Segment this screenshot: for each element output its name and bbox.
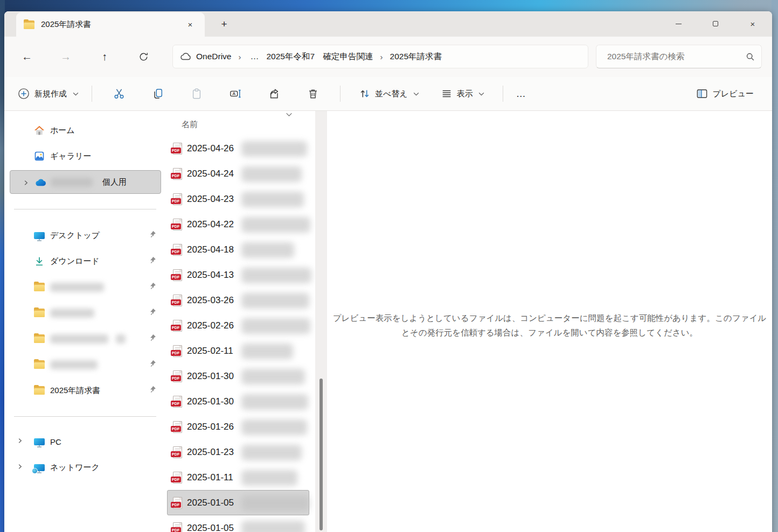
file-name-date: 2025-01-30 [187, 396, 234, 407]
redacted-filename [241, 217, 310, 233]
chevron-right-icon[interactable] [23, 180, 29, 186]
sort-direction-chevron-icon[interactable] [286, 113, 293, 117]
pdf-file-icon [173, 168, 182, 180]
file-row[interactable]: 2025-04-18 [167, 237, 309, 262]
downloads-icon [33, 256, 45, 267]
pdf-file-icon [173, 472, 182, 484]
redacted-filename [241, 268, 311, 283]
refresh-icon [138, 52, 149, 62]
folder-icon [34, 334, 45, 343]
file-row[interactable]: 2025-01-30 [167, 363, 309, 389]
toolbar-divider [340, 86, 341, 102]
sidebar-item-pinned-folder[interactable] [4, 300, 163, 326]
sort-button[interactable]: 並べ替え [356, 83, 422, 104]
redacted-filename [241, 318, 310, 334]
sidebar-item-pinned-folder[interactable] [4, 352, 163, 377]
redacted-filename [241, 344, 293, 359]
sidebar-item-invoices[interactable]: 2025年請求書 [4, 377, 163, 403]
scrollbar-track[interactable] [315, 111, 327, 532]
navigation-bar: ← → ↑ OneDrive › … 2025年令和7 確定申告関連 › 202… [4, 37, 772, 77]
file-row[interactable]: 2025-02-11 [167, 338, 309, 363]
sidebar-label: デスクトップ [50, 230, 100, 241]
more-options-button[interactable]: … [516, 88, 527, 100]
pdf-file-icon [173, 497, 182, 509]
redacted-account-name [51, 178, 93, 187]
sidebar-item-pc[interactable]: PC [4, 429, 163, 454]
view-button[interactable]: 表示 [437, 83, 488, 104]
refresh-button[interactable] [131, 45, 156, 68]
chevron-right-icon[interactable] [17, 464, 23, 470]
file-row[interactable]: 2025-01-30 [167, 389, 309, 414]
minimize-button[interactable] [666, 15, 691, 33]
forward-button[interactable]: → [53, 45, 78, 68]
address-bar[interactable]: OneDrive › … 2025年令和7 確定申告関連 › 2025年請求書 [172, 45, 588, 68]
toolbar-divider [92, 86, 92, 102]
file-row[interactable]: 2025-04-24 [167, 161, 309, 186]
breadcrumb-onedrive[interactable]: OneDrive [196, 52, 231, 61]
scrollbar-thumb[interactable] [319, 379, 323, 530]
rename-button[interactable]: A [223, 82, 248, 106]
file-name-date: 2025-01-30 [187, 371, 234, 382]
share-button[interactable] [261, 82, 287, 106]
file-row[interactable]: 2025-04-23 [167, 186, 309, 212]
cut-icon [113, 88, 125, 100]
pdf-file-icon [173, 320, 182, 332]
new-button[interactable]: 新規作成 [18, 83, 84, 104]
file-row[interactable]: 2025-03-26 [167, 288, 309, 313]
maximize-button[interactable] [703, 15, 728, 33]
file-row[interactable]: 2025-04-22 [167, 212, 309, 237]
file-name-date: 2025-03-26 [187, 295, 234, 306]
breadcrumb-overflow[interactable]: … [248, 52, 261, 61]
search-icon[interactable] [746, 52, 755, 61]
column-header-name[interactable]: 名前 [182, 120, 198, 130]
onedrive-icon [34, 178, 46, 186]
file-row[interactable]: 2025-04-26 [167, 136, 309, 161]
redacted-filename [241, 293, 309, 309]
onedrive-cloud-icon [179, 52, 191, 61]
back-button[interactable]: ← [15, 45, 39, 68]
pin-icon [149, 386, 156, 393]
tab-invoices[interactable]: 2025年請求書 × [16, 12, 205, 37]
file-row[interactable]: 2025-01-05 [167, 515, 309, 532]
close-button[interactable]: × [740, 15, 765, 33]
copy-button[interactable] [145, 82, 171, 106]
gallery-icon [33, 151, 45, 162]
file-name-date: 2025-02-26 [187, 320, 234, 331]
desktop-wallpaper-right [772, 0, 778, 532]
preview-toggle-button[interactable]: プレビュー [694, 84, 756, 103]
file-row[interactable]: 2025-01-26 [167, 414, 309, 439]
pc-icon [33, 438, 45, 445]
redacted-filename [241, 445, 302, 460]
paste-button[interactable] [184, 82, 210, 106]
delete-button[interactable] [300, 82, 326, 106]
view-icon [441, 88, 453, 100]
file-row[interactable]: 2025-01-23 [167, 439, 309, 465]
folder-icon [34, 283, 45, 291]
file-row[interactable]: 2025-04-13 [167, 262, 309, 288]
chevron-right-icon[interactable] [17, 438, 23, 444]
breadcrumb-parent-folder[interactable]: 2025年令和7 確定申告関連 [266, 51, 373, 62]
tab-close-icon[interactable]: × [183, 18, 197, 32]
sidebar-item-home[interactable]: ホーム [4, 117, 163, 143]
sidebar-item-pinned-folder[interactable] [4, 274, 163, 300]
sidebar-item-onedrive[interactable]: 個人用 [10, 170, 161, 194]
search-input[interactable] [607, 52, 746, 61]
desktop-icon [33, 232, 45, 239]
sidebar-item-pinned-folder[interactable] [4, 326, 163, 352]
up-button[interactable]: ↑ [92, 45, 117, 68]
pdf-file-icon [173, 446, 182, 458]
new-tab-button[interactable]: + [217, 17, 232, 32]
cut-button[interactable] [106, 82, 132, 106]
maximize-icon [713, 21, 718, 26]
file-row[interactable]: 2025-02-26 [167, 313, 309, 338]
file-row-selected[interactable]: 2025-01-05 [167, 490, 309, 515]
sidebar-item-gallery[interactable]: ギャラリー [4, 143, 163, 169]
sidebar-item-downloads[interactable]: ダウンロード [4, 248, 163, 274]
redacted-filename [241, 495, 309, 511]
sidebar-item-desktop[interactable]: デスクトップ [4, 222, 163, 248]
pdf-file-icon [173, 244, 182, 256]
file-row[interactable]: 2025-01-11 [167, 465, 309, 490]
breadcrumb-current-folder[interactable]: 2025年請求書 [390, 51, 442, 62]
rename-icon: A [229, 88, 242, 100]
sidebar-item-network[interactable]: ネットワーク [4, 454, 163, 480]
